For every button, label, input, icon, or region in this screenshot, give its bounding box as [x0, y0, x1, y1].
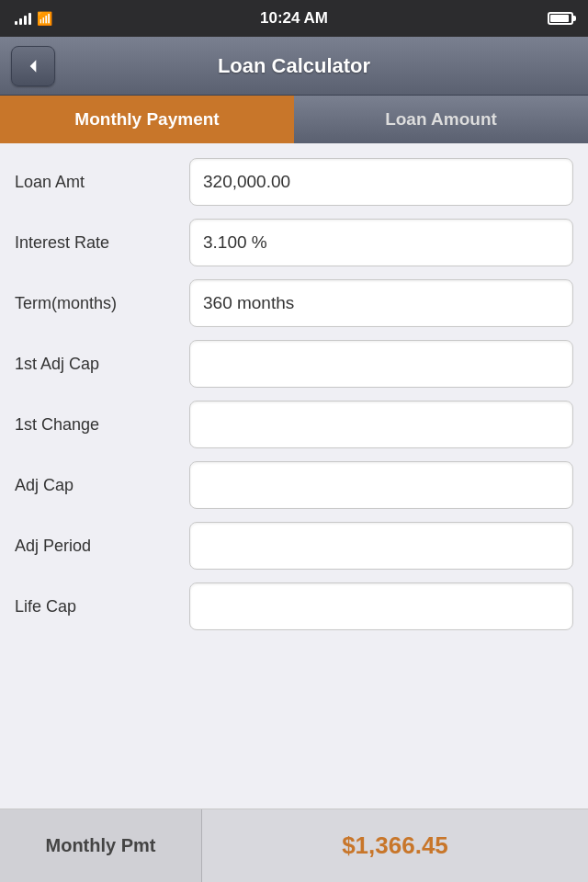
- nav-bar: Loan Calculator: [0, 37, 588, 96]
- input-adj-period[interactable]: [189, 522, 573, 570]
- status-left: 📶: [15, 11, 52, 26]
- input-term-months[interactable]: [189, 279, 573, 327]
- status-right: [548, 12, 573, 25]
- result-bar: Monthly Pmt $1,366.45: [0, 808, 588, 882]
- label-adj-period: Adj Period: [15, 537, 189, 556]
- label-term-months: Term(months): [15, 294, 189, 313]
- input-life-cap[interactable]: [189, 582, 573, 630]
- battery-icon: [548, 12, 573, 25]
- signal-icon: [15, 12, 31, 25]
- input-first-adj-cap[interactable]: [189, 340, 573, 388]
- form-row-loan-amt: Loan Amt: [15, 158, 573, 206]
- form-row-first-change: 1st Change: [15, 401, 573, 448]
- nav-title: Loan Calculator: [218, 54, 370, 78]
- label-life-cap: Life Cap: [15, 597, 189, 616]
- form-area: Loan Amt Interest Rate Term(months) 1st …: [0, 143, 588, 808]
- form-row-term-months: Term(months): [15, 279, 573, 327]
- form-row-interest-rate: Interest Rate: [15, 219, 573, 266]
- form-row-first-adj-cap: 1st Adj Cap: [15, 340, 573, 388]
- label-loan-amt: Loan Amt: [15, 173, 189, 192]
- tab-monthly-payment[interactable]: Monthly Payment: [0, 96, 294, 143]
- status-bar: 📶 10:24 AM: [0, 0, 588, 37]
- form-row-adj-period: Adj Period: [15, 522, 573, 570]
- back-arrow-icon: [24, 57, 42, 75]
- label-first-change: 1st Change: [15, 415, 189, 435]
- result-label: Monthly Pmt: [0, 809, 202, 882]
- back-button[interactable]: [11, 46, 55, 86]
- input-adj-cap[interactable]: [189, 461, 573, 509]
- tab-loan-amount[interactable]: Loan Amount: [294, 96, 588, 143]
- label-interest-rate: Interest Rate: [15, 233, 189, 253]
- label-first-adj-cap: 1st Adj Cap: [15, 355, 189, 374]
- result-value: $1,366.45: [202, 809, 588, 882]
- label-adj-cap: Adj Cap: [15, 476, 189, 495]
- form-row-adj-cap: Adj Cap: [15, 461, 573, 509]
- svg-marker-0: [30, 60, 37, 72]
- input-first-change[interactable]: [189, 401, 573, 448]
- input-interest-rate[interactable]: [189, 219, 573, 266]
- tab-bar: Monthly Payment Loan Amount: [0, 96, 588, 143]
- form-row-life-cap: Life Cap: [15, 582, 573, 630]
- input-loan-amt[interactable]: [189, 158, 573, 206]
- status-time: 10:24 AM: [260, 9, 328, 28]
- wifi-icon: 📶: [37, 11, 52, 26]
